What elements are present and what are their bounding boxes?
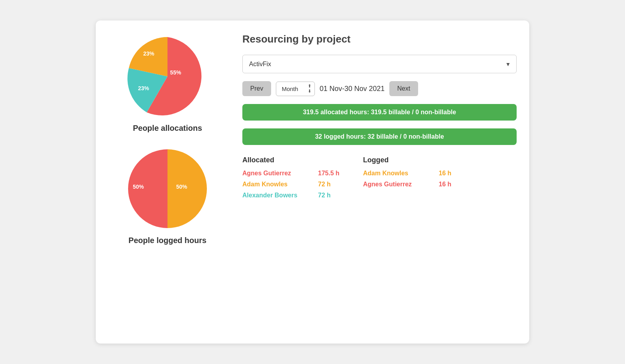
table-row: Adam Knowles 16 h [363,170,451,177]
pie-segment-red-logged [128,149,167,228]
next-button[interactable]: Next [389,81,418,96]
logged-col: Logged Adam Knowles 16 h Agnes Gutierrez… [363,156,451,199]
date-range-label: 01 Nov-30 Nov 2021 [320,85,385,93]
table-row: Agnes Gutierrez 175.5 h [242,170,339,177]
allocated-person-2-hours: 72 h [318,181,331,188]
allocated-person-2-name: Adam Knowles [242,181,305,188]
logged-person-2-name: Agnes Gutierrez [363,181,426,188]
allocations-chart-section: 55% 23% 23% People allocations [124,33,211,133]
project-select[interactable]: ActivFix ProjectB ProjectC [243,55,516,73]
logged-bar: 32 logged hours: 32 billable / 0 non-bil… [242,128,517,145]
allocations-table: Allocated Agnes Gutierrez 175.5 h Adam K… [242,156,517,199]
period-select[interactable]: Month Week Quarter [276,82,314,96]
allocated-person-3-name: Alexander Bowers [242,192,305,199]
allocations-chart-label: People allocations [133,124,202,133]
logged-person-1-hours: 16 h [439,170,451,177]
allocated-person-1-name: Agnes Gutierrez [242,170,305,177]
allocations-pie: 55% 23% 23% [124,33,211,120]
date-nav: Prev Month Week Quarter ⬆⬇ 01 Nov-30 Nov… [242,81,517,96]
allocated-bar: 319.5 allocated hours: 319.5 billable / … [242,104,517,121]
allocated-person-3-hours: 72 h [318,192,331,199]
pie-segment-orange-logged [167,149,207,228]
table-row: Adam Knowles 72 h [242,181,339,188]
logged-person-2-hours: 16 h [439,181,451,188]
logged-person-1-name: Adam Knowles [363,170,426,177]
logged-col-header: Logged [363,156,451,164]
right-panel: Resourcing by project ActivFix ProjectB … [242,33,517,331]
prev-button[interactable]: Prev [242,81,271,96]
logged-pie: 50% 50% [124,145,211,232]
page-title: Resourcing by project [242,33,517,45]
table-row: Alexander Bowers 72 h [242,192,339,199]
logged-chart-label: People logged hours [128,236,206,245]
table-row: Agnes Gutierrez 16 h [363,181,451,188]
main-card: 55% 23% 23% People allocations 50% 50% P… [96,20,529,344]
allocated-col-header: Allocated [242,156,339,164]
allocated-col: Allocated Agnes Gutierrez 175.5 h Adam K… [242,156,339,199]
period-select-wrapper[interactable]: Month Week Quarter ⬆⬇ [276,82,315,96]
left-panel: 55% 23% 23% People allocations 50% 50% P… [108,33,227,331]
allocated-person-1-hours: 175.5 h [318,170,339,177]
logged-chart-section: 50% 50% People logged hours [124,145,211,245]
project-select-wrapper[interactable]: ActivFix ProjectB ProjectC ▼ [242,55,517,73]
